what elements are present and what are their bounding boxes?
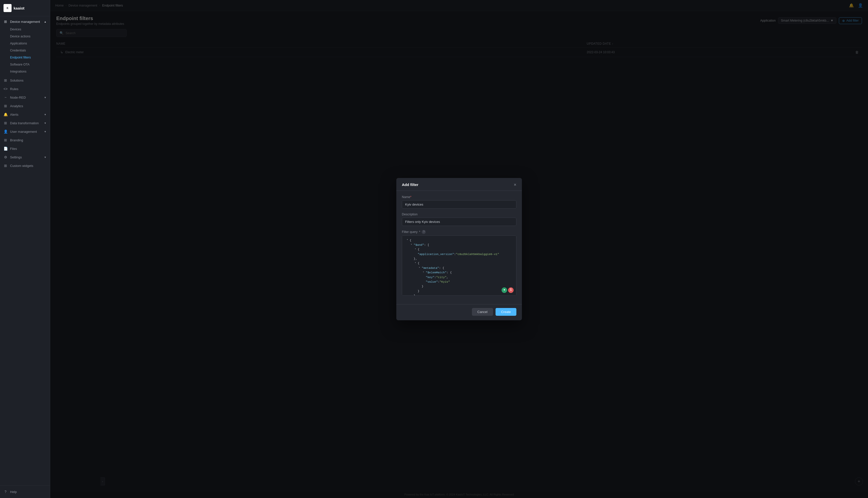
files-icon: 📄	[3, 147, 8, 150]
toggle-collapse-4[interactable]: ▾	[414, 261, 417, 265]
description-input[interactable]	[402, 218, 516, 226]
filter-query-label-text: Filter query	[402, 230, 418, 234]
toggle-collapse-2[interactable]: ▾	[410, 243, 413, 246]
sidebar-item-files[interactable]: 📄 Files	[0, 144, 50, 153]
modal-body: Name* Description Filter query * ?	[396, 191, 522, 304]
sidebar-item-rules[interactable]: <> Rules	[0, 84, 50, 93]
sidebar-user-management-label: User management	[10, 130, 37, 133]
settings-chevron-icon: ▼	[44, 156, 47, 159]
sidebar-item-integrations[interactable]: Integrations	[0, 68, 50, 75]
help-icon: ?	[3, 490, 8, 494]
rules-icon: <>	[3, 87, 8, 91]
main-content: Home › Device management › Endpoint filt…	[50, 0, 868, 498]
sidebar-item-endpoint-filters[interactable]: Endpoint filters	[0, 54, 50, 61]
sidebar-rules-label: Rules	[10, 87, 18, 91]
dt-chevron-icon: ▼	[44, 122, 47, 124]
code-line-10: "value": "Kyiv"	[406, 280, 513, 284]
sidebar-item-custom-widgets[interactable]: ⊞ Custom widgets	[0, 161, 50, 170]
filter-query-help-icon[interactable]: ?	[422, 230, 426, 234]
toggle-collapse-5[interactable]: ▾	[418, 266, 421, 269]
data-transformation-icon: ⊞	[3, 121, 8, 125]
sidebar-branding-label: Branding	[10, 138, 23, 142]
editor-badges: ● 1	[502, 287, 514, 293]
sidebar-help-label: Help	[10, 490, 17, 494]
badge-red: 1	[508, 287, 514, 293]
device-management-icon: ⊞	[3, 19, 8, 24]
user-management-icon: 👤	[3, 130, 8, 133]
sidebar-integrations-label: Integrations	[10, 70, 26, 73]
sidebar-endpoint-filters-label: Endpoint filters	[10, 56, 31, 59]
description-field-group: Description	[402, 213, 516, 226]
sidebar-data-transformation-label: Data transformation	[10, 121, 39, 125]
code-line-7: ▾ "metadata": {	[406, 266, 513, 270]
modal-header: Add filter ×	[396, 178, 522, 191]
code-line-3: ▾ {	[406, 247, 513, 252]
sidebar-item-alerts[interactable]: 🔔 Alerts ▼	[0, 110, 50, 119]
sidebar-solutions-label: Solutions	[10, 79, 23, 82]
description-label: Description	[402, 213, 516, 216]
sidebar-credentials-label: Credentials	[10, 49, 26, 52]
code-line-2: ▾ "$and": [	[406, 243, 513, 247]
name-required-star: *	[410, 195, 411, 199]
sidebar-item-settings[interactable]: ⚙ Settings ▼	[0, 153, 50, 161]
code-line-9: "key": "city",	[406, 275, 513, 280]
analytics-icon: ⊞	[3, 104, 8, 108]
sidebar-item-user-management[interactable]: 👤 User management ▼	[0, 127, 50, 136]
solutions-icon: ⊞	[3, 78, 8, 82]
sidebar-analytics-label: Analytics	[10, 104, 23, 108]
badge-red-count: 1	[510, 288, 511, 292]
code-line-8: ▾ "$elemMatch": {	[406, 270, 513, 275]
chevron-down-icon: ▼	[44, 96, 47, 99]
add-filter-modal: Add filter × Name* Description Filter qu…	[396, 178, 522, 320]
sidebar-item-solutions[interactable]: ⊞ Solutions	[0, 76, 50, 84]
sidebar: K kaaiot ⊞ Device management ▲ Devices D…	[0, 0, 50, 498]
filter-query-label-row: Filter query * ?	[402, 230, 516, 234]
sidebar-files-label: Files	[10, 147, 17, 150]
code-line-12: }	[406, 289, 513, 293]
sidebar-alerts-label: Alerts	[10, 113, 18, 117]
sidebar-device-actions-label: Device actions	[10, 35, 30, 38]
sidebar-device-management-section: ⊞ Device management ▲ Devices Device act…	[0, 16, 50, 76]
toggle-collapse-6[interactable]: ▾	[422, 270, 425, 274]
sidebar-item-data-transformation[interactable]: ⊞ Data transformation ▼	[0, 119, 50, 127]
filter-query-group: Filter query * ? ▾ { ▾ "$and": [	[402, 230, 516, 296]
sidebar-device-management-label: Device management	[10, 20, 40, 24]
modal-close-button[interactable]: ×	[514, 183, 516, 187]
toggle-collapse-1[interactable]: ▾	[406, 238, 409, 242]
sidebar-settings-label: Settings	[10, 155, 22, 159]
sidebar-custom-widgets-label: Custom widgets	[10, 164, 33, 168]
settings-icon: ⚙	[3, 155, 8, 159]
code-line-13: }	[406, 293, 513, 296]
cancel-button[interactable]: Cancel	[472, 308, 493, 316]
sidebar-item-help[interactable]: ? Help	[0, 487, 50, 496]
sidebar-devices-label: Devices	[10, 28, 21, 31]
sidebar-item-branding[interactable]: ⊞ Branding	[0, 136, 50, 144]
alerts-chevron-icon: ▼	[44, 113, 47, 116]
sidebar-item-device-actions[interactable]: Device actions	[0, 33, 50, 40]
name-field-group: Name*	[402, 195, 516, 209]
sidebar-item-applications[interactable]: Applications	[0, 40, 50, 47]
um-chevron-icon: ▼	[44, 130, 47, 133]
badge-green-icon: ●	[503, 288, 505, 292]
modal-title: Add filter	[402, 183, 418, 187]
sidebar-item-software-ota[interactable]: Software OTA	[0, 61, 50, 68]
sidebar-item-analytics[interactable]: ⊞ Analytics	[0, 102, 50, 110]
code-line-4: "application_version": "c8u2bklah5mkbalg…	[406, 252, 513, 257]
node-red-icon: ~	[3, 95, 8, 100]
logo-text: kaaiot	[14, 6, 24, 10]
sidebar-applications-label: Applications	[10, 42, 27, 45]
code-line-6: ▾ {	[406, 261, 513, 265]
name-input[interactable]	[402, 200, 516, 209]
code-line-5: },	[406, 257, 513, 261]
sidebar-software-ota-label: Software OTA	[10, 63, 30, 66]
sidebar-item-credentials[interactable]: Credentials	[0, 47, 50, 54]
sidebar-item-device-management[interactable]: ⊞ Device management ▲	[0, 17, 50, 26]
custom-widgets-icon: ⊞	[3, 163, 8, 168]
create-button[interactable]: Create	[495, 308, 516, 316]
sidebar-logo[interactable]: K kaaiot	[0, 0, 50, 16]
sidebar-item-devices[interactable]: Devices	[0, 26, 50, 33]
sidebar-item-node-red[interactable]: ~ Node-RED ▼	[0, 93, 50, 102]
toggle-collapse-3[interactable]: ▾	[414, 247, 417, 251]
filter-query-editor[interactable]: ▾ { ▾ "$and": [ ▾ { "application_versi	[402, 235, 516, 296]
modal-overlay: Add filter × Name* Description Filter qu…	[50, 0, 868, 498]
